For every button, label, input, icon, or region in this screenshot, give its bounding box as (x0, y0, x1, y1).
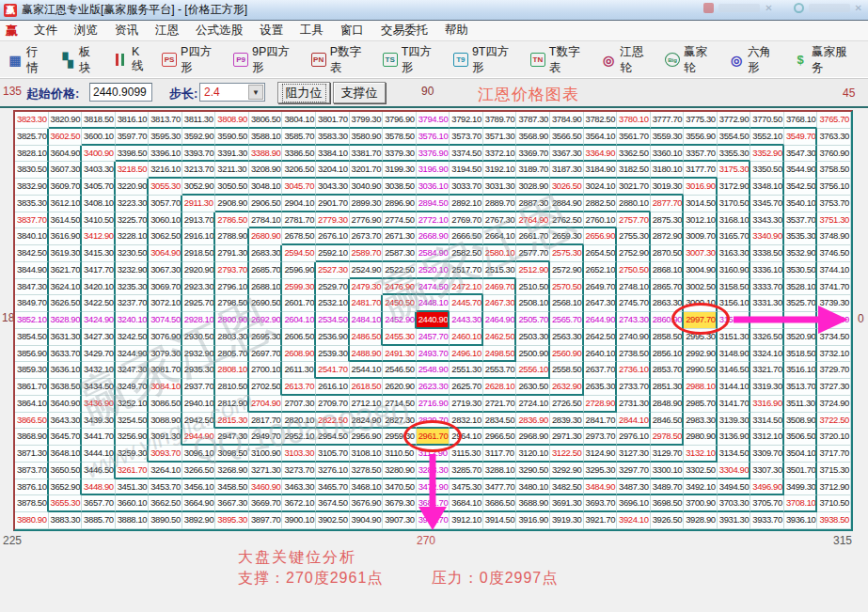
grid-cell[interactable]: 2616.10 (316, 379, 350, 396)
grid-cell[interactable]: 3924.10 (617, 512, 651, 529)
grid-cell[interactable]: 2736.10 (617, 362, 651, 379)
grid-cell[interactable]: 3547.30 (784, 146, 818, 163)
grid-cell[interactable]: 3153.70 (718, 312, 751, 329)
menu-item-gann[interactable]: 江恩 (147, 21, 187, 40)
grid-cell[interactable]: 3717.70 (817, 446, 851, 463)
grid-cell[interactable]: 3045.70 (282, 179, 316, 196)
grid-cell[interactable]: 3777.70 (651, 112, 685, 129)
grid-cell[interactable]: 3069.70 (149, 279, 182, 296)
grid-cell[interactable]: 3417.70 (82, 262, 116, 279)
grid-cell[interactable]: 2997.70 (684, 312, 718, 329)
grid-cell[interactable]: 3535.30 (784, 228, 818, 245)
grid-cell[interactable]: 2779.30 (316, 212, 350, 229)
grid-cell[interactable]: 3708.10 (784, 495, 818, 512)
grid-cell[interactable]: 2947.30 (215, 429, 249, 446)
grid-cell[interactable]: 3489.70 (651, 479, 685, 496)
grid-cell[interactable]: 3746.50 (817, 245, 851, 262)
grid-cell[interactable]: 3381.70 (350, 146, 384, 163)
grid-cell[interactable]: 2503.30 (516, 329, 550, 346)
grid-cell[interactable]: 3578.50 (383, 129, 417, 146)
grid-cell[interactable]: 3573.70 (450, 129, 483, 146)
grid-cell[interactable]: 3122.50 (550, 446, 584, 463)
grid-cell[interactable]: 3192.10 (483, 162, 517, 179)
grid-cell[interactable]: 2647.30 (584, 295, 618, 312)
grid-cell[interactable]: 2695.30 (249, 329, 283, 346)
grid-cell[interactable]: 3621.70 (49, 262, 83, 279)
grid-cell[interactable]: 3604.90 (49, 146, 83, 163)
grid-cell[interactable]: 2548.90 (417, 362, 450, 379)
grid-cell[interactable]: 3919.30 (550, 512, 584, 529)
grid-cell[interactable]: 2464.90 (483, 312, 517, 329)
grid-cell[interactable]: 3938.50 (817, 512, 851, 529)
grid-cell[interactable]: 3530.50 (784, 262, 818, 279)
grid-cell[interactable]: 2856.10 (651, 346, 685, 363)
grid-cell[interactable]: 3247.30 (116, 362, 150, 379)
grid-cell[interactable]: 2836.90 (516, 413, 550, 430)
grid-cell[interactable]: 3484.90 (584, 479, 618, 496)
grid-cell[interactable]: 2685.70 (249, 262, 283, 279)
grid-cell[interactable]: 3710.50 (817, 495, 851, 512)
grid-cell[interactable]: 3043.30 (316, 179, 350, 196)
grid-cell[interactable]: 3285.70 (450, 463, 483, 479)
grid-cell[interactable]: 2985.70 (684, 396, 718, 413)
grid-cell[interactable]: 3494.50 (718, 479, 751, 496)
grid-cell[interactable]: 3026.50 (550, 179, 584, 196)
grid-cell[interactable]: 2827.30 (383, 413, 417, 430)
grid-cell[interactable]: 2721.70 (483, 396, 517, 413)
grid-cell[interactable]: 3352.90 (750, 146, 784, 163)
resistance-button[interactable]: 阻力位 (277, 82, 330, 103)
grid-cell[interactable]: 2546.50 (383, 362, 417, 379)
grid-cell[interactable]: 3892.90 (182, 512, 216, 529)
grid-cell[interactable]: 3292.90 (550, 463, 584, 479)
grid-cell[interactable]: 3432.10 (82, 362, 116, 379)
grid-cell[interactable]: 3369.70 (516, 146, 550, 163)
grid-cell[interactable]: 3748.90 (817, 228, 851, 245)
grid-cell[interactable]: 2966.50 (483, 429, 517, 446)
grid-cell[interactable]: 3141.70 (718, 396, 751, 413)
grid-cell[interactable]: 3386.50 (282, 146, 316, 163)
grid-cell[interactable]: 2476.90 (383, 279, 417, 296)
grid-cell[interactable]: 3343.30 (750, 212, 784, 229)
grid-cell[interactable]: 2935.30 (182, 362, 216, 379)
grid-cell[interactable]: 2587.30 (383, 245, 417, 262)
menu-item-window[interactable]: 窗口 (332, 21, 372, 40)
grid-cell[interactable]: 3321.70 (750, 362, 784, 379)
grid-cell[interactable]: 3849.70 (15, 295, 49, 312)
grid-cell[interactable]: 2462.50 (483, 329, 517, 346)
grid-cell[interactable]: 3662.50 (149, 495, 182, 512)
grid-cell[interactable]: 3844.90 (15, 262, 49, 279)
grid-cell[interactable]: 3468.10 (350, 479, 384, 496)
grid-cell[interactable]: 3600.10 (82, 129, 116, 146)
grid-cell[interactable]: 3350.50 (750, 162, 784, 179)
grid-cell[interactable]: 3890.50 (149, 512, 182, 529)
grid-cell[interactable]: 2553.70 (483, 362, 517, 379)
grid-cell[interactable]: 3405.70 (82, 179, 116, 196)
grid-cell[interactable]: 3295.30 (584, 463, 618, 479)
grid-cell[interactable]: 2544.10 (350, 362, 384, 379)
grid-cell[interactable]: 3561.70 (617, 129, 651, 146)
grid-cell[interactable]: 2839.30 (550, 413, 584, 430)
grid-cell[interactable]: 3028.90 (516, 179, 550, 196)
grid-cell[interactable]: 3194.50 (450, 162, 483, 179)
grid-cell[interactable]: 3427.30 (82, 329, 116, 346)
grid-cell[interactable]: 3556.90 (684, 129, 718, 146)
grid-cell[interactable]: 2448.10 (417, 295, 450, 312)
grid-cell[interactable]: 2570.50 (550, 279, 584, 296)
grid-cell[interactable]: 2632.90 (550, 379, 584, 396)
toolbar-item-hexagon[interactable]: ◎六角形 (729, 44, 781, 76)
grid-cell[interactable]: 3576.10 (417, 129, 450, 146)
grid-cell[interactable]: 3842.50 (15, 245, 49, 262)
grid-cell[interactable]: 3132.10 (684, 446, 718, 463)
grid-cell[interactable]: 3638.50 (49, 379, 83, 396)
grid-cell[interactable]: 3448.90 (82, 479, 116, 496)
grid-cell[interactable]: 2496.10 (450, 346, 483, 363)
grid-cell[interactable]: 3588.10 (249, 129, 283, 146)
grid-cell[interactable]: 3765.70 (817, 112, 851, 129)
grid-cell[interactable]: 3216.10 (149, 162, 182, 179)
grid-cell[interactable]: 2536.90 (316, 329, 350, 346)
grid-cell[interactable]: 3187.30 (550, 162, 584, 179)
grid-cell[interactable]: 2644.90 (584, 312, 618, 329)
grid-cell[interactable]: 2608.90 (282, 346, 316, 363)
grid-cell[interactable]: 3199.30 (383, 162, 417, 179)
grid-cell[interactable]: 3847.30 (15, 279, 49, 296)
